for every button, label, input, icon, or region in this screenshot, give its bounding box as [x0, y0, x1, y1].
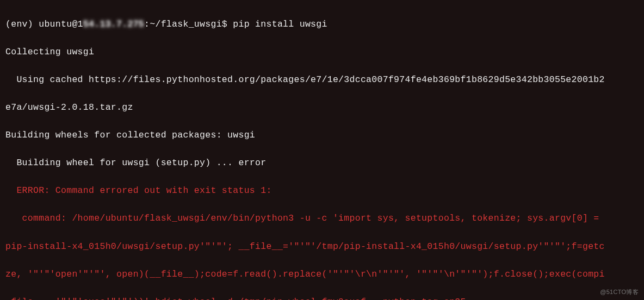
- file-line: _file__, '"'"'exec'"'"'))' bdist_wheel -…: [5, 295, 639, 300]
- pip-install-line: pip-install-x4_015h0/uwsgi/setup.py'"'"'…: [5, 240, 639, 254]
- collecting-line: Collecting uwsgi: [5, 45, 639, 59]
- prompt-line: (env) ubuntu@154.13.7.275:~/flask_uwsgi$…: [5, 17, 639, 32]
- prompt-suffix: :~/flask_uwsgi$: [144, 19, 233, 29]
- watermark: @51CTO博客: [600, 288, 639, 297]
- prompt-host-blurred: 54.13.7.275: [83, 19, 144, 29]
- ze-line: ze, '"'"'open'"'"', open)(__file__);code…: [5, 267, 639, 282]
- using-cached-line: Using cached https://files.pythonhosted.…: [5, 73, 639, 87]
- terminal-output: (env) ubuntu@154.13.7.275:~/flask_uwsgi$…: [0, 0, 644, 300]
- building-wheels-line: Building wheels for collected packages: …: [5, 128, 639, 142]
- prompt-prefix: (env) ubuntu@1: [5, 19, 83, 29]
- command-line: command: /home/ubuntu/flask_uwsgi/env/bi…: [5, 211, 639, 226]
- command-text: pip install uwsgi: [233, 19, 327, 29]
- error-header-line: ERROR: Command errored out with exit sta…: [5, 184, 639, 198]
- tarball-line: e7a/uwsgi-2.0.18.tar.gz: [5, 101, 639, 115]
- building-wheel-line: Building wheel for uwsgi (setup.py) ... …: [5, 156, 639, 170]
